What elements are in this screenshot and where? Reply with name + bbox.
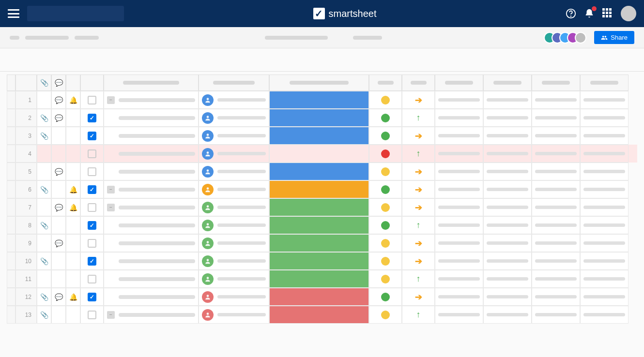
text-cell[interactable] — [104, 163, 199, 180]
assignee-cell[interactable] — [199, 288, 269, 306]
table-row[interactable]: 4↑ — [7, 145, 637, 163]
data-cell[interactable] — [580, 109, 629, 127]
comment-cell[interactable] — [51, 252, 66, 270]
attachment-cell[interactable] — [37, 91, 51, 109]
checkbox[interactable] — [88, 114, 96, 122]
data-cell[interactable] — [532, 234, 580, 252]
direction-cell[interactable]: ↑ — [402, 270, 435, 288]
direction-cell[interactable]: ↑ — [402, 145, 435, 163]
comment-cell[interactable]: 💬 — [51, 234, 66, 252]
data-cell[interactable] — [532, 270, 580, 288]
rag-cell[interactable] — [369, 270, 402, 288]
checkbox-cell[interactable] — [80, 198, 104, 216]
column-header[interactable] — [483, 74, 532, 91]
checkbox-cell[interactable] — [80, 180, 104, 198]
assignee-cell[interactable] — [199, 180, 269, 198]
comment-cell[interactable]: 💬 — [51, 198, 66, 216]
reminder-cell[interactable]: 🔔 — [66, 180, 80, 198]
row-handle[interactable] — [7, 270, 15, 288]
column-header[interactable] — [269, 74, 369, 91]
comment-cell[interactable] — [51, 216, 66, 234]
data-cell[interactable] — [435, 163, 483, 180]
column-header[interactable] — [199, 74, 269, 91]
checkbox[interactable] — [88, 132, 96, 140]
text-cell[interactable] — [104, 127, 199, 145]
assignee-cell[interactable] — [199, 145, 269, 163]
data-cell[interactable] — [483, 288, 532, 306]
data-cell[interactable] — [435, 216, 483, 234]
data-cell[interactable] — [435, 180, 483, 198]
attachment-column-header[interactable]: 📎 — [37, 74, 51, 91]
rag-cell[interactable] — [369, 180, 402, 198]
table-row[interactable]: 9💬➔ — [7, 234, 637, 252]
rag-cell[interactable] — [369, 288, 402, 306]
text-cell[interactable]: − — [104, 198, 199, 216]
row-handle[interactable] — [7, 198, 15, 216]
checkbox-cell[interactable] — [80, 252, 104, 270]
data-cell[interactable] — [532, 216, 580, 234]
attachment-cell[interactable]: 📎 — [37, 252, 51, 270]
data-cell[interactable] — [532, 252, 580, 270]
data-cell[interactable] — [580, 234, 629, 252]
reminder-cell[interactable]: 🔔 — [66, 91, 80, 109]
checkbox[interactable] — [88, 185, 96, 194]
data-cell[interactable] — [532, 180, 580, 198]
table-row[interactable]: 5💬➔ — [7, 163, 637, 180]
help-icon[interactable] — [566, 8, 576, 19]
text-cell[interactable]: − — [104, 180, 199, 198]
text-cell[interactable] — [104, 216, 199, 234]
column-header[interactable] — [435, 74, 483, 91]
data-cell[interactable] — [435, 91, 483, 109]
column-header[interactable] — [104, 74, 199, 91]
data-cell[interactable] — [580, 91, 629, 109]
data-cell[interactable] — [483, 270, 532, 288]
data-cell[interactable] — [483, 198, 532, 216]
data-cell[interactable] — [435, 306, 483, 324]
presence-avatar[interactable] — [575, 32, 586, 44]
data-cell[interactable] — [532, 163, 580, 180]
text-cell[interactable] — [104, 288, 199, 306]
column-header[interactable] — [369, 74, 402, 91]
row-handle[interactable] — [7, 180, 15, 198]
status-cell[interactable] — [269, 270, 369, 288]
comment-cell[interactable] — [51, 180, 66, 198]
assignee-cell[interactable] — [199, 198, 269, 216]
comment-cell[interactable]: 💬 — [51, 163, 66, 180]
reminder-cell[interactable] — [66, 127, 80, 145]
checkbox[interactable] — [88, 275, 96, 283]
table-row[interactable]: 3📎➔ — [7, 127, 637, 145]
data-cell[interactable] — [483, 234, 532, 252]
text-cell[interactable] — [104, 145, 199, 163]
data-cell[interactable] — [580, 306, 629, 324]
text-cell[interactable] — [104, 252, 199, 270]
data-cell[interactable] — [483, 180, 532, 198]
data-cell[interactable] — [532, 145, 580, 163]
text-cell[interactable] — [104, 270, 199, 288]
collapse-icon[interactable]: − — [107, 186, 115, 193]
row-handle[interactable] — [7, 109, 15, 127]
data-cell[interactable] — [580, 216, 629, 234]
direction-cell[interactable]: ➔ — [402, 127, 435, 145]
attachment-cell[interactable]: 📎 — [37, 306, 51, 324]
status-cell[interactable] — [269, 91, 369, 109]
notifications-icon[interactable] — [584, 8, 595, 19]
assignee-cell[interactable] — [199, 216, 269, 234]
direction-cell[interactable]: ➔ — [402, 163, 435, 180]
direction-cell[interactable]: ↑ — [402, 216, 435, 234]
data-cell[interactable] — [580, 288, 629, 306]
checkbox[interactable] — [88, 257, 96, 266]
row-handle[interactable] — [7, 216, 15, 234]
checkbox-column-header[interactable] — [80, 74, 104, 91]
direction-cell[interactable]: ➔ — [402, 252, 435, 270]
collapse-icon[interactable]: − — [107, 96, 115, 104]
reminder-column-header[interactable] — [66, 74, 80, 91]
status-cell[interactable] — [269, 234, 369, 252]
data-cell[interactable] — [483, 91, 532, 109]
checkbox[interactable] — [88, 167, 96, 176]
data-cell[interactable] — [532, 109, 580, 127]
data-cell[interactable] — [483, 145, 532, 163]
reminder-cell[interactable] — [66, 270, 80, 288]
comment-cell[interactable] — [51, 270, 66, 288]
column-header[interactable] — [532, 74, 580, 91]
checkbox-cell[interactable] — [80, 109, 104, 127]
